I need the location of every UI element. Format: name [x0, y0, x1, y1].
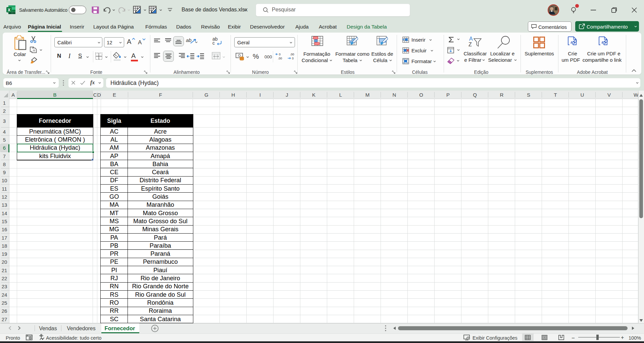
svg-text:0: 0	[279, 53, 281, 56]
svg-text:.00: .00	[290, 53, 294, 56]
svg-text:0: 0	[292, 57, 294, 60]
svg-text:.00: .00	[278, 57, 282, 60]
svg-text:X: X	[8, 8, 10, 12]
